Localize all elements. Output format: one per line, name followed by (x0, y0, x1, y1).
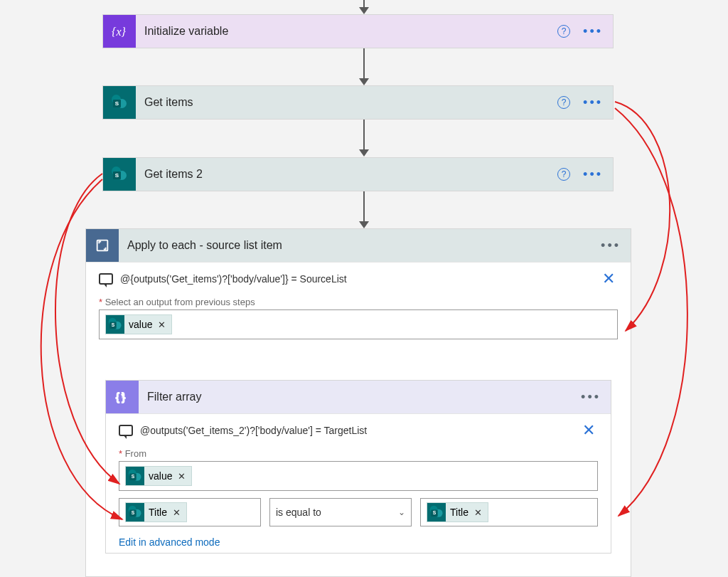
connector-arrow (359, 191, 369, 228)
sharepoint-icon: S (106, 315, 124, 334)
chevron-down-icon: ⌄ (398, 507, 405, 517)
action-title: Filter array (139, 391, 581, 403)
connector-arrow (359, 0, 369, 14)
close-icon[interactable]: ✕ (582, 421, 595, 440)
filter-icon: { } (106, 381, 139, 413)
condition-right-input[interactable]: S Title ✕ (420, 498, 598, 526)
token-label: Title (149, 507, 167, 518)
comment-text: @{outputs('Get_items')?['body/value']} =… (120, 273, 347, 285)
action-menu-icon[interactable]: ••• (601, 239, 621, 252)
from-input[interactable]: S value ✕ (119, 461, 598, 491)
comment-row: @{outputs('Get_items')?['body/value']} =… (99, 270, 618, 288)
comment-row: @outputs('Get_items_2')?['body/value'] =… (119, 421, 598, 440)
action-title: Get items 2 (136, 168, 557, 181)
token-label: Title (450, 507, 469, 518)
condition-operator-select[interactable]: is equal to ⌄ (269, 498, 412, 526)
token-remove-icon[interactable]: ✕ (473, 507, 482, 518)
action-title: Apply to each - source list item (119, 239, 601, 252)
token-title[interactable]: S Title ✕ (125, 502, 187, 522)
select-output-input[interactable]: S value ✕ (99, 309, 618, 339)
action-menu-icon[interactable]: ••• (583, 25, 603, 38)
variable-icon: {x} (103, 15, 136, 48)
action-title: Get items (136, 96, 557, 109)
svg-text:{ }: { } (116, 391, 126, 403)
token-remove-icon[interactable]: ✕ (171, 507, 181, 518)
sharepoint-icon: S (126, 503, 144, 522)
token-value[interactable]: S value ✕ (125, 466, 192, 486)
help-icon[interactable]: ? (557, 96, 570, 109)
token-title[interactable]: S Title ✕ (427, 502, 488, 522)
action-get-items-2[interactable]: S Get items 2 ? ••• (102, 157, 614, 191)
action-get-items[interactable]: S Get items ? ••• (102, 85, 614, 120)
token-label: value (129, 319, 152, 330)
help-icon[interactable]: ? (557, 25, 570, 38)
loop-icon (86, 229, 119, 262)
token-remove-icon[interactable]: ✕ (156, 319, 166, 330)
action-menu-icon[interactable]: ••• (583, 96, 603, 109)
sharepoint-icon: S (103, 158, 136, 191)
connector-arrow (359, 120, 369, 157)
token-label: value (149, 470, 172, 482)
condition-left-input[interactable]: S Title ✕ (119, 498, 261, 526)
close-icon[interactable]: ✕ (602, 270, 615, 288)
comment-icon (119, 425, 133, 436)
sharepoint-icon: S (103, 86, 136, 119)
comment-text: @outputs('Get_items_2')?['body/value'] =… (140, 425, 367, 436)
action-menu-icon[interactable]: ••• (583, 168, 603, 181)
sharepoint-icon: S (126, 467, 144, 485)
field-label: * Select an output from previous steps (99, 297, 618, 307)
token-remove-icon[interactable]: ✕ (176, 471, 186, 482)
action-menu-icon[interactable]: ••• (581, 391, 601, 403)
action-filter-array[interactable]: { } Filter array ••• @outputs('Get_items… (105, 380, 611, 554)
field-label: * From (119, 448, 598, 459)
comment-icon (99, 273, 113, 285)
svg-text:{x}: {x} (112, 26, 127, 38)
connector-arrow (359, 48, 369, 85)
help-icon[interactable]: ? (557, 168, 570, 181)
flow-canvas: {x} Initialize variable ? ••• S Get item… (0, 0, 728, 577)
operator-label: is equal to (276, 507, 321, 518)
action-initialize-variable[interactable]: {x} Initialize variable ? ••• (102, 14, 614, 48)
edit-advanced-link[interactable]: Edit in advanced mode (119, 536, 220, 548)
token-value[interactable]: S value ✕ (105, 314, 172, 334)
action-title: Initialize variable (136, 25, 557, 38)
sharepoint-icon: S (427, 503, 446, 522)
